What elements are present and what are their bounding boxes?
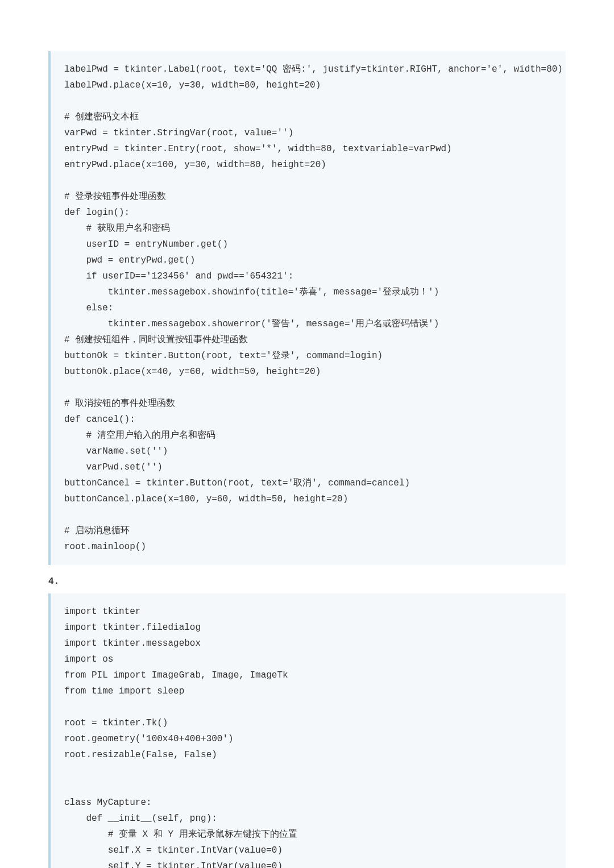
code-block-2: import tkinter import tkinter.filedialog… — [48, 593, 566, 868]
section-number: 4. — [48, 576, 566, 587]
code-block-1: labelPwd = tkinter.Label(root, text='QQ … — [48, 51, 566, 565]
